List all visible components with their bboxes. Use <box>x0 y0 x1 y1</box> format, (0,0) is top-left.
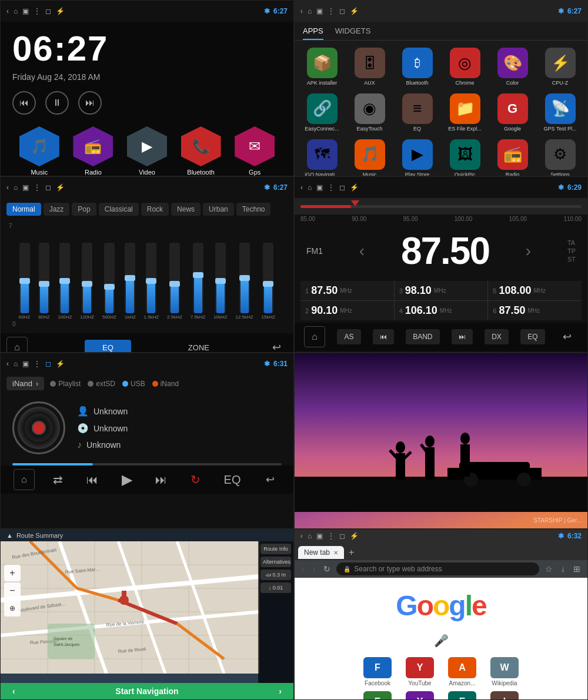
media-icon[interactable]: ◻ <box>45 360 51 368</box>
usb-icon[interactable]: ⚡ <box>56 360 65 368</box>
usb-icon[interactable]: ⚡ <box>350 532 359 540</box>
media-home-button[interactable]: ⌂ <box>14 469 35 490</box>
gps-app-icon[interactable]: ✉ Gps <box>235 126 275 176</box>
source-name[interactable]: iNand › <box>6 377 44 390</box>
download-button[interactable]: ↓ <box>559 563 567 575</box>
app-easyconnect[interactable]: 🔗 EasyConnec... <box>299 91 345 135</box>
home-icon[interactable]: ⌂ <box>14 360 18 368</box>
extsd-tab[interactable]: extSD <box>88 380 115 388</box>
fm-prev-button[interactable]: ‹ <box>359 242 365 260</box>
app-apkinstaller[interactable]: 📦 APK installer <box>299 45 345 89</box>
eq-slider-12-5khz[interactable]: 12.5kHZ <box>235 243 253 320</box>
home-icon[interactable]: ⌂ <box>14 7 18 15</box>
map-forward-icon[interactable]: › <box>279 686 282 696</box>
apps-icon[interactable]: ▣ <box>22 183 29 192</box>
media-icon[interactable]: ◻ <box>339 183 345 192</box>
apps-icon[interactable]: ▣ <box>316 183 323 192</box>
nav-refresh-button[interactable]: ↻ <box>321 563 333 575</box>
eq-home-button[interactable]: ⌂ <box>6 337 28 353</box>
preset-urban[interactable]: Urban <box>203 203 234 216</box>
radio-as-button[interactable]: AS <box>337 329 360 344</box>
route-info-button[interactable]: Route Info <box>260 544 291 554</box>
preset-5[interactable]: 5 108.00 MHz <box>488 281 582 300</box>
eq-slider-1-5khz[interactable]: 1.5kHZ <box>144 243 159 320</box>
usb-icon[interactable]: ⚡ <box>350 7 359 15</box>
shuffle-button[interactable]: ⇄ <box>48 470 68 489</box>
back-icon[interactable]: ‹ <box>300 532 303 540</box>
app-playstore[interactable]: ▶ Play Store <box>395 137 440 176</box>
shortcut-wikipedia[interactable]: W Wikipedia <box>486 657 523 686</box>
eq-slider-120hz[interactable]: 120HZ <box>80 243 94 320</box>
eq-slider-10khz[interactable]: 10kHZ <box>213 243 228 320</box>
address-input[interactable]: 🔒 Search or type web address <box>336 562 539 575</box>
shortcut-yahoo[interactable]: Y Yahoo <box>401 691 439 700</box>
back-icon[interactable]: ‹ <box>300 7 303 15</box>
shortcut-facebook[interactable]: F Facebook <box>359 657 396 686</box>
eq-button[interactable]: EQ <box>85 340 131 353</box>
usb-icon[interactable]: ⚡ <box>350 183 359 192</box>
play-button[interactable]: ▶ <box>117 469 137 490</box>
usb-icon[interactable]: ⚡ <box>56 183 65 192</box>
zoom-in-button[interactable]: + <box>4 565 21 581</box>
app-quickpic[interactable]: 🖼 QuickPic <box>442 137 487 176</box>
alternatives-button[interactable]: Alternatives <box>260 557 291 567</box>
menu-icon[interactable]: ⋮ <box>328 7 335 15</box>
app-settings[interactable]: ⚙ Settings <box>537 137 583 176</box>
eq-slider-60hz[interactable]: 60HZ <box>19 243 31 320</box>
preset-normal[interactable]: Normal <box>6 203 41 216</box>
eq-slider-500hz[interactable]: 500HZ <box>102 243 116 320</box>
shortcut-ebay[interactable]: E eBay <box>443 691 481 700</box>
zone-button[interactable]: ZONE <box>188 343 209 352</box>
radio-app-icon[interactable]: 📻 Radio <box>73 126 113 176</box>
fm-next-button[interactable]: › <box>526 242 531 260</box>
radio-next-button[interactable]: ⏭ <box>452 329 473 344</box>
prev-button[interactable]: ⏮ <box>12 91 36 115</box>
preset-rock[interactable]: Rock <box>141 203 169 216</box>
app-esfile[interactable]: 📁 ES File Expl... <box>442 91 487 135</box>
eq-slider-2-5khz[interactable]: 2.5kHZ <box>167 243 182 320</box>
eq-slider-100hz[interactable]: 100HZ <box>58 243 72 320</box>
app-cpuz[interactable]: ⚡ CPU-Z <box>537 45 583 89</box>
menu-icon[interactable]: ⋮ <box>34 7 41 15</box>
next-button[interactable]: ⏭ <box>78 91 102 115</box>
radio-band-button[interactable]: BAND <box>406 329 439 344</box>
chrome-tab[interactable]: New tab ✕ <box>298 546 344 559</box>
home-icon[interactable]: ⌂ <box>14 183 18 192</box>
video-app-icon[interactable]: ▶ Video <box>127 126 167 176</box>
shortcut-instagram[interactable]: I Instagram <box>486 691 523 700</box>
app-music2[interactable]: 🎵 Music <box>347 137 392 176</box>
inand-tab[interactable]: iNand <box>152 380 179 388</box>
music-app-icon[interactable]: 🎵 Music <box>19 126 59 176</box>
media-back-button[interactable]: ↩ <box>259 469 280 490</box>
media-icon[interactable]: ◻ <box>339 532 345 540</box>
app-chrome[interactable]: ◎ Chrome <box>442 45 487 89</box>
usb-icon[interactable]: ⚡ <box>56 7 65 15</box>
back-icon[interactable]: ‹ <box>6 360 9 368</box>
preset-pop[interactable]: Pop <box>72 203 96 216</box>
shortcut-espn[interactable]: E ESPN.com <box>359 691 396 700</box>
radio-prev-button[interactable]: ⏮ <box>373 329 394 344</box>
app-google[interactable]: G Google <box>490 91 535 135</box>
tab-close-button[interactable]: ✕ <box>333 550 338 556</box>
eq-slider-7-5khz[interactable]: 7.5kHZ <box>191 243 206 320</box>
repeat-button[interactable]: ↻ <box>186 470 205 489</box>
tab-widgets[interactable]: WIDGETS <box>335 26 371 40</box>
menu-icon[interactable]: ⋮ <box>328 532 335 540</box>
eq-back-button[interactable]: ↩ <box>266 337 288 353</box>
app-aux[interactable]: 🎛 AUX <box>347 45 392 89</box>
app-easytouch[interactable]: ◉ EasyTouch <box>347 91 392 135</box>
menu-icon[interactable]: ⋮ <box>328 183 335 192</box>
shortcut-youtube[interactable]: Y YouTube <box>401 657 439 686</box>
media-icon[interactable]: ◻ <box>45 183 51 192</box>
nav-forward-button[interactable]: › <box>310 563 318 575</box>
back-icon[interactable]: ‹ <box>6 7 9 15</box>
back-icon[interactable]: ‹ <box>300 183 303 192</box>
app-igo[interactable]: 🗺 iGO Navigati... <box>299 137 345 176</box>
prev-track-button[interactable]: ⏮ <box>82 471 103 489</box>
preset-6[interactable]: 6 87.50 MHz <box>488 301 582 320</box>
media-eq-button[interactable]: EQ <box>219 471 246 489</box>
preset-news[interactable]: News <box>171 203 201 216</box>
eq-slider-15khz[interactable]: 15kHZ <box>261 243 275 320</box>
menu-icon[interactable]: ⋮ <box>34 183 41 192</box>
home-icon[interactable]: ⌂ <box>308 183 312 192</box>
